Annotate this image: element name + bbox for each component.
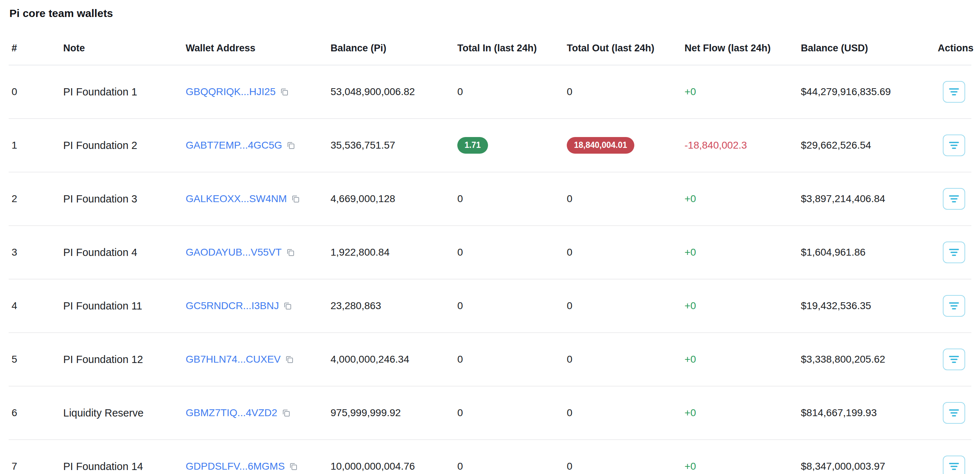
balance-usd: $8,347,000,003.97 (798, 440, 935, 474)
wallet-note: Liquidity Reserve (60, 386, 183, 440)
filter-icon (948, 355, 959, 364)
col-header-total-out: Total Out (last 24h) (564, 33, 682, 65)
wallet-address-cell: GDPDSLFV...6MGMS (183, 440, 328, 474)
wallet-note: PI Foundation 4 (60, 226, 183, 279)
net-flow: +0 (682, 65, 798, 118)
table-row: 1 PI Foundation 2 GABT7EMP...4GC5G 35,53… (9, 118, 971, 172)
wallet-address-link[interactable]: GABT7EMP...4GC5G (186, 140, 282, 151)
copy-icon[interactable] (282, 409, 290, 417)
col-header-index: # (9, 33, 60, 65)
copy-icon[interactable] (286, 141, 295, 150)
wallet-address-cell: GC5RNDCR...I3BNJ (183, 279, 328, 333)
copy-icon[interactable] (286, 248, 295, 257)
total-in: 0 (454, 279, 564, 333)
col-header-address: Wallet Address (183, 33, 328, 65)
wallet-address-link[interactable]: GDPDSLFV...6MGMS (186, 461, 285, 472)
wallet-note: PI Foundation 2 (60, 118, 183, 172)
wallet-note: PI Foundation 12 (60, 333, 183, 386)
table-row: 3 PI Foundation 4 GAODAYUB...V55VT 1,922… (9, 226, 971, 279)
table-row: 2 PI Foundation 3 GALKEOXX...SW4NM 4,669… (9, 172, 971, 226)
net-flow: +0 (682, 333, 798, 386)
total-out: 0 (564, 65, 682, 118)
total-out: 0 (564, 226, 682, 279)
total-in: 0 (454, 440, 564, 474)
balance-usd: $814,667,199.93 (798, 386, 935, 440)
col-header-total-in: Total In (last 24h) (454, 33, 564, 65)
col-header-net-flow: Net Flow (last 24h) (682, 33, 798, 65)
wallet-address-cell: GBQQRIQK...HJI25 (183, 65, 328, 118)
balance-usd: $29,662,526.54 (798, 118, 935, 172)
total-out: 0 (564, 386, 682, 440)
balance-pi: 4,000,000,246.34 (328, 333, 454, 386)
col-header-note: Note (60, 33, 183, 65)
wallet-note: PI Foundation 11 (60, 279, 183, 333)
filter-icon (948, 248, 959, 257)
row-index: 6 (9, 386, 60, 440)
wallet-address-link[interactable]: GBMZ7TIQ...4VZD2 (186, 407, 277, 418)
row-index: 2 (9, 172, 60, 226)
total-in: 0 (454, 65, 564, 118)
wallet-filter-button[interactable] (943, 134, 965, 156)
wallet-address-link[interactable]: GC5RNDCR...I3BNJ (186, 300, 279, 311)
table-header-row: # Note Wallet Address Balance (Pi) Total… (9, 33, 971, 65)
table-row: 0 PI Foundation 1 GBQQRIQK...HJI25 53,04… (9, 65, 971, 118)
total-in: 0 (454, 333, 564, 386)
wallet-address-link[interactable]: GALKEOXX...SW4NM (186, 193, 287, 204)
net-flow: +0 (682, 172, 798, 226)
copy-icon[interactable] (285, 355, 294, 364)
table-row: 6 Liquidity Reserve GBMZ7TIQ...4VZD2 975… (9, 386, 971, 440)
wallet-filter-button[interactable] (943, 241, 965, 263)
wallet-address-cell: GALKEOXX...SW4NM (183, 172, 328, 226)
net-flow: +0 (682, 279, 798, 333)
col-header-actions: Actions (935, 33, 971, 65)
table-row: 4 PI Foundation 11 GC5RNDCR...I3BNJ 23,2… (9, 279, 971, 333)
net-flow: -18,840,002.3 (682, 118, 798, 172)
wallet-address-link[interactable]: GB7HLN74...CUXEV (186, 354, 281, 365)
total-out: 0 (564, 172, 682, 226)
total-in-badge: 1.71 (457, 137, 488, 154)
wallet-note: PI Foundation 14 (60, 440, 183, 474)
filter-icon (948, 462, 959, 471)
net-flow: +0 (682, 440, 798, 474)
col-header-balance-pi: Balance (Pi) (328, 33, 454, 65)
balance-pi: 35,536,751.57 (328, 118, 454, 172)
row-index: 5 (9, 333, 60, 386)
copy-icon[interactable] (283, 302, 292, 310)
row-index: 4 (9, 279, 60, 333)
table-row: 7 PI Foundation 14 GDPDSLFV...6MGMS 10,0… (9, 440, 971, 474)
net-flow: +0 (682, 386, 798, 440)
page-title: Pi core team wallets (9, 7, 971, 19)
filter-icon (948, 301, 959, 311)
wallet-address-link[interactable]: GAODAYUB...V55VT (186, 247, 282, 258)
total-in: 0 (454, 172, 564, 226)
balance-usd: $19,432,536.35 (798, 279, 935, 333)
filter-icon (948, 140, 959, 150)
filter-icon (948, 194, 959, 204)
total-in: 0 (454, 226, 564, 279)
wallet-filter-button[interactable] (943, 295, 965, 317)
table-row: 5 PI Foundation 12 GB7HLN74...CUXEV 4,00… (9, 333, 971, 386)
total-out: 0 (564, 333, 682, 386)
wallet-filter-button[interactable] (943, 188, 965, 210)
wallet-address-cell: GABT7EMP...4GC5G (183, 118, 328, 172)
balance-pi: 4,669,000,128 (328, 172, 454, 226)
copy-icon[interactable] (289, 462, 298, 471)
wallet-address-cell: GBMZ7TIQ...4VZD2 (183, 386, 328, 440)
copy-icon[interactable] (280, 88, 289, 96)
balance-pi: 1,922,800.84 (328, 226, 454, 279)
total-in-cell: 1.71 (454, 118, 564, 172)
filter-icon (948, 87, 959, 97)
balance-usd: $3,338,800,205.62 (798, 333, 935, 386)
row-index: 1 (9, 118, 60, 172)
wallet-filter-button[interactable] (943, 402, 965, 424)
balance-usd: $44,279,916,835.69 (798, 65, 935, 118)
row-index: 0 (9, 65, 60, 118)
wallet-filter-button[interactable] (943, 456, 965, 474)
wallet-note: PI Foundation 1 (60, 65, 183, 118)
wallet-address-cell: GB7HLN74...CUXEV (183, 333, 328, 386)
wallet-address-link[interactable]: GBQQRIQK...HJI25 (186, 86, 275, 97)
copy-icon[interactable] (291, 195, 300, 203)
wallet-filter-button[interactable] (943, 81, 965, 103)
wallet-filter-button[interactable] (943, 348, 965, 370)
total-out: 0 (564, 279, 682, 333)
